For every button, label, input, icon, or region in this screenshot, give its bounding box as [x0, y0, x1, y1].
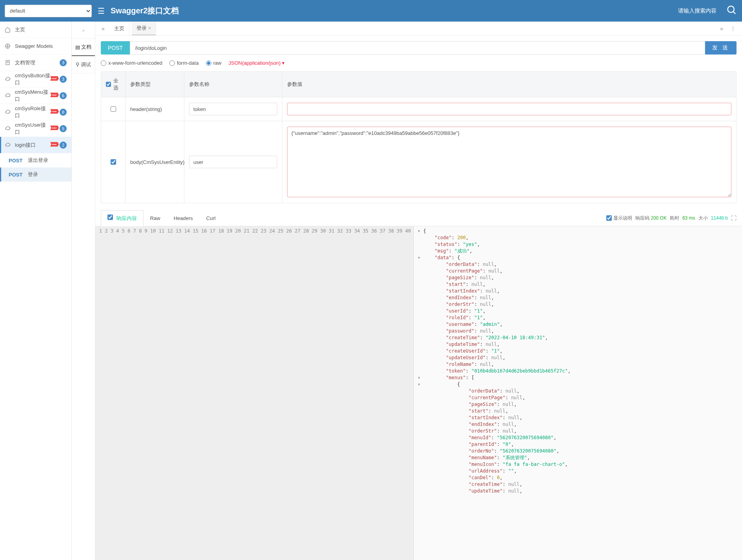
- expand-icon[interactable]: ⛶: [731, 215, 737, 221]
- content-area: « 主页 登录× » ⋮ POST 发 送 x-www-form-urlenco…: [95, 22, 742, 560]
- new-badge-icon: new: [50, 142, 59, 148]
- resp-time-value: 63 ms: [682, 215, 695, 221]
- param-value-textarea[interactable]: {"username":"admin","password":"e10adc39…: [287, 127, 731, 197]
- param-type: body(CmSysUserEntity): [125, 121, 184, 203]
- col-name: 参数名称: [184, 72, 282, 97]
- search-icon[interactable]: [726, 5, 737, 17]
- group-select[interactable]: default: [5, 5, 92, 17]
- menu-toggle-icon[interactable]: ☰: [98, 6, 105, 16]
- tab-login[interactable]: 登录×: [132, 22, 156, 35]
- cloud-icon: [5, 125, 12, 131]
- cloud-icon: [5, 76, 12, 82]
- subitem-label: 退出登录: [28, 157, 48, 164]
- request-bar: POST 发 送: [95, 36, 742, 60]
- response-tabs: 响应内容 Raw Headers Curl 显示说明 响应码 200 OK 耗时…: [95, 210, 742, 226]
- sidebar-item-0[interactable]: 主页: [0, 22, 71, 38]
- count-badge: 3: [60, 59, 67, 66]
- count-badge: 8: [60, 109, 67, 116]
- tabs-menu-icon[interactable]: ⋮: [728, 25, 738, 32]
- param-row-checkbox[interactable]: [111, 106, 116, 112]
- file-icon: ▤: [75, 44, 80, 50]
- sidebar-item-1[interactable]: Swagger Models: [0, 38, 71, 55]
- sidebar-item-6[interactable]: cmSysUser接口 new 5: [0, 120, 71, 137]
- resp-tab-headers[interactable]: Headers: [167, 211, 200, 225]
- param-value-input[interactable]: [287, 103, 731, 115]
- resp-tab-content[interactable]: 响应内容: [101, 210, 144, 226]
- resp-size-value: 11446 b: [711, 215, 728, 221]
- sidebar-item-label: cmSysButton接口: [15, 72, 50, 86]
- resp-content-checkbox[interactable]: [107, 215, 113, 220]
- body-type-formdata[interactable]: form-data: [169, 60, 199, 66]
- sidebar-item-2[interactable]: 文档管理 3: [0, 55, 71, 71]
- new-badge-icon: new: [50, 125, 59, 132]
- param-type: header(string): [125, 97, 184, 121]
- send-button[interactable]: 发 送: [705, 41, 737, 55]
- params-table: 全选 参数类型 参数名称 参数值 header(string) body(CmS…: [101, 71, 737, 203]
- left-tabs: « ▤文档 ⚲调试: [72, 22, 95, 560]
- col-value: 参数值: [282, 72, 736, 97]
- response-meta: 显示说明 响应码 200 OK 耗时 63 ms 大小 11446 b ⛶: [606, 215, 737, 222]
- sidebar-item-label: cmSysMenu接口: [15, 89, 50, 103]
- left-tab-doc[interactable]: ▤文档: [72, 39, 95, 56]
- http-method-badge: POST: [101, 41, 130, 55]
- new-badge-icon: new: [50, 109, 59, 115]
- tabs-prev-icon[interactable]: «: [99, 25, 107, 32]
- sidebar: 主页 Swagger Models 文档管理 3 cmSysButton接口 n…: [0, 22, 72, 560]
- sidebar-item-label: cmSysUser接口: [15, 122, 50, 136]
- svg-text:new: new: [52, 143, 57, 145]
- sidebar-item-5[interactable]: cmSysRole接口 new 8: [0, 104, 71, 120]
- resp-size-label: 大小: [698, 215, 708, 222]
- count-badge: 2: [60, 142, 67, 149]
- count-badge: 6: [60, 92, 67, 99]
- top-tabs: « 主页 登录× » ⋮: [95, 22, 742, 36]
- cloud-icon: [5, 93, 12, 98]
- select-all-checkbox[interactable]: [106, 82, 111, 87]
- sidebar-subitem-0[interactable]: POST退出登录: [0, 153, 71, 167]
- svg-text:new: new: [52, 110, 57, 113]
- resp-tab-raw[interactable]: Raw: [144, 211, 167, 225]
- svg-text:new: new: [52, 77, 57, 80]
- sidebar-subitem-1[interactable]: POST登录: [0, 167, 71, 182]
- group-select-wrap: default: [5, 5, 92, 17]
- tab-home[interactable]: 主页: [109, 22, 129, 35]
- col-type: 参数类型: [125, 72, 184, 97]
- show-desc-toggle[interactable]: 显示说明: [606, 215, 632, 222]
- method-label: POST: [9, 172, 22, 178]
- select-all-header[interactable]: 全选: [101, 72, 125, 97]
- sidebar-item-label: login接口: [15, 142, 50, 149]
- json-content-type[interactable]: JSON(application/json) ▾: [229, 60, 285, 66]
- method-label: POST: [9, 158, 22, 164]
- sidebar-item-4[interactable]: cmSysMenu接口 new 6: [0, 87, 71, 104]
- resp-tab-curl[interactable]: Curl: [200, 211, 222, 225]
- close-icon[interactable]: ×: [148, 25, 151, 31]
- count-badge: 5: [60, 125, 67, 132]
- sidebar-item-3[interactable]: cmSysButton接口 new 3: [0, 71, 71, 87]
- body-type-raw[interactable]: raw: [206, 60, 222, 66]
- param-row: body(CmSysUserEntity) {"username":"admin…: [101, 121, 736, 203]
- sidebar-item-label: Swagger Models: [15, 43, 67, 49]
- subitem-label: 登录: [28, 171, 38, 178]
- collapse-left-tabs[interactable]: «: [72, 22, 95, 39]
- param-name-input[interactable]: [189, 156, 277, 168]
- param-row-checkbox[interactable]: [111, 159, 116, 165]
- cloud-icon: [5, 142, 12, 148]
- sidebar-item-label: 主页: [15, 26, 67, 33]
- body-type-form[interactable]: x-www-form-urlencoded: [101, 60, 162, 66]
- home-icon: [5, 27, 12, 33]
- svg-point-0: [728, 6, 734, 13]
- new-badge-icon: new: [50, 76, 59, 82]
- resp-code-value: 200 OK: [651, 215, 667, 221]
- svg-text:new: new: [52, 127, 57, 129]
- response-body[interactable]: 1 2 3 4 5 6 7 8 9 10 11 12 13 14 15 16 1…: [95, 226, 742, 560]
- tabs-next-icon[interactable]: »: [718, 25, 726, 32]
- sidebar-item-label: 文档管理: [15, 59, 60, 66]
- param-name-input[interactable]: [189, 103, 277, 115]
- caret-down-icon: ▾: [282, 60, 285, 66]
- new-badge-icon: new: [50, 92, 59, 99]
- svg-text:new: new: [52, 94, 57, 96]
- request-url-input[interactable]: [130, 41, 705, 55]
- left-tab-debug[interactable]: ⚲调试: [72, 56, 95, 73]
- sidebar-item-label: cmSysRole接口: [15, 105, 50, 119]
- search-placeholder-text[interactable]: 请输入搜索内容: [678, 7, 717, 15]
- sidebar-item-7[interactable]: login接口 new 2: [0, 137, 71, 153]
